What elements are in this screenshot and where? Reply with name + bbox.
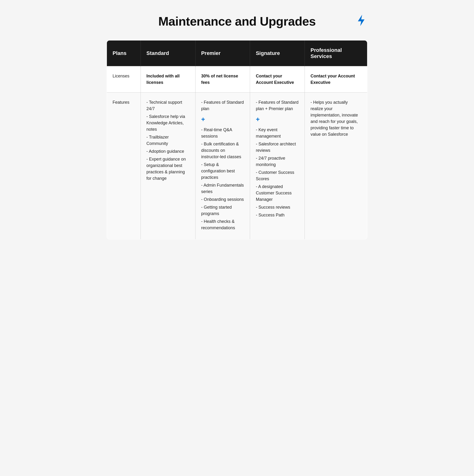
plus-icon: + — [256, 114, 299, 124]
list-item: - Features of Standard plan — [201, 99, 244, 112]
header-plans: Plans — [107, 40, 141, 66]
professional-features-list: - Helps you actually realize your implem… — [310, 99, 362, 137]
list-item: - A designated Customer Success Manager — [256, 184, 299, 203]
header-premier: Premier — [195, 40, 250, 66]
list-item: - Onboarding sessions — [201, 196, 244, 203]
lightning-icon — [355, 14, 367, 27]
page-container: Maintenance and Upgrades Plans Standard … — [107, 14, 367, 239]
licenses-professional-value: Contact your Account Executive — [310, 74, 355, 85]
features-signature: - Features of Standard plan + Premier pl… — [250, 93, 305, 239]
list-item: - Real-time Q&A sessions — [201, 127, 244, 139]
list-item: - Features of Standard plan + Premier pl… — [256, 99, 299, 112]
list-item: - Salesforce help via Knowledge Articles… — [146, 113, 190, 133]
licenses-premier-value: 30% of net license fees — [201, 74, 238, 85]
list-item: + — [256, 114, 299, 124]
list-item: - Admin Fundamentals series — [201, 182, 244, 195]
list-item: + — [201, 114, 244, 124]
list-item: - Expert guidance on organizational best… — [146, 156, 190, 182]
list-item: - Trailblazer Community — [146, 134, 190, 147]
licenses-professional: Contact your Account Executive — [305, 66, 367, 93]
list-item: - Getting started programs — [201, 204, 244, 217]
licenses-standard: Included with all licenses — [141, 66, 195, 93]
features-label: Features — [107, 93, 141, 239]
features-row: Features - Technical support 24/7 - Sale… — [107, 93, 367, 239]
list-item: - Customer Success Scores — [256, 169, 299, 182]
list-item: - Key event management — [256, 127, 299, 139]
comparison-table: Plans Standard Premier Signature Profess… — [107, 40, 367, 239]
signature-features-list: - Features of Standard plan + Premier pl… — [256, 99, 299, 218]
list-item: - Bulk certification & discounts on inst… — [201, 141, 244, 160]
standard-features-list: - Technical support 24/7 - Salesforce he… — [146, 99, 190, 182]
header-signature: Signature — [250, 40, 305, 66]
features-premier: - Features of Standard plan + - Real-tim… — [195, 93, 250, 239]
plus-icon: + — [201, 114, 244, 124]
licenses-standard-value: Included with all licenses — [146, 74, 180, 85]
list-item: - Success reviews — [256, 204, 299, 211]
page-title: Maintenance and Upgrades — [107, 14, 367, 28]
list-item: - Helps you actually realize your implem… — [310, 99, 362, 137]
list-item: - Setup & configuration best practices — [201, 162, 244, 181]
header-row: Plans Standard Premier Signature Profess… — [107, 40, 367, 66]
header-professional: Professional Services — [305, 40, 367, 66]
licenses-row: Licenses Included with all licenses 30% … — [107, 66, 367, 93]
svg-marker-0 — [358, 15, 365, 26]
licenses-label: Licenses — [107, 66, 141, 93]
header-standard: Standard — [141, 40, 195, 66]
list-item: - 24/7 proactive monitoring — [256, 155, 299, 168]
features-professional: - Helps you actually realize your implem… — [305, 93, 367, 239]
list-item: - Adoption guidance — [146, 148, 190, 155]
list-item: - Salesforce architect reviews — [256, 141, 299, 154]
licenses-signature-value: Contact your Account Executive — [256, 74, 294, 85]
licenses-signature: Contact your Account Executive — [250, 66, 305, 93]
premier-features-list: - Features of Standard plan + - Real-tim… — [201, 99, 244, 231]
features-standard: - Technical support 24/7 - Salesforce he… — [141, 93, 195, 239]
licenses-premier: 30% of net license fees — [195, 66, 250, 93]
list-item: - Technical support 24/7 — [146, 99, 190, 112]
list-item: - Success Path — [256, 212, 299, 218]
list-item: - Health checks & recommendations — [201, 218, 244, 231]
